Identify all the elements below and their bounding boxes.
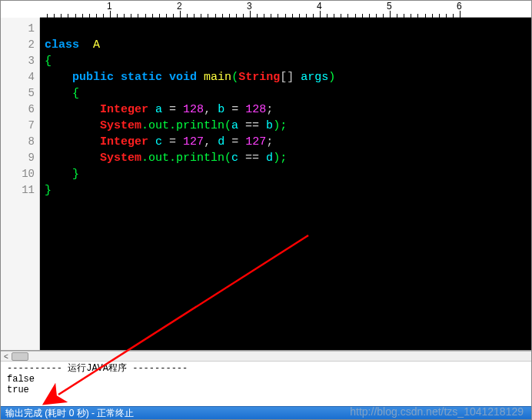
- ruler-number: 6: [457, 1, 462, 12]
- keyword-static: static: [121, 71, 162, 84]
- editor: 1234567891011 class A { public static vo…: [1, 18, 531, 351]
- brace-close: }: [45, 184, 52, 197]
- line-number: 11: [1, 182, 35, 198]
- ruler-number: 4: [317, 1, 322, 12]
- console-header: ---------- 运行JAVA程序 ----------: [7, 363, 188, 374]
- line-number: 3: [1, 53, 35, 69]
- line-number: 2: [1, 37, 35, 53]
- keyword-public: public: [72, 71, 114, 84]
- ruler: 123456: [40, 1, 531, 18]
- system: System: [100, 119, 141, 132]
- line-number: 7: [1, 118, 35, 134]
- method-name: main: [204, 71, 231, 84]
- line-number: 5: [1, 85, 35, 102]
- line-number: 10: [1, 166, 35, 182]
- type-integer: Integer: [100, 103, 148, 116]
- scroll-thumb[interactable]: [12, 352, 28, 361]
- line-number: 9: [1, 150, 35, 166]
- type-integer: Integer: [100, 135, 148, 148]
- type-string: String: [238, 71, 280, 84]
- console-output[interactable]: ---------- 运行JAVA程序 ---------- false tru…: [1, 361, 531, 407]
- line-number: 1: [1, 21, 35, 37]
- ruler-number: 3: [247, 1, 252, 12]
- output-line-2: true: [7, 385, 29, 395]
- output-line-1: false: [7, 374, 35, 385]
- brace-close: }: [72, 168, 79, 181]
- ruler-number: 2: [177, 1, 182, 12]
- status-bar: 输出完成 (耗时 0 秒) - 正常终止: [1, 406, 531, 419]
- horizontal-scrollbar[interactable]: <: [1, 351, 531, 361]
- gutter: 1234567891011: [1, 18, 40, 350]
- brace-open: {: [45, 55, 52, 68]
- line-number: 8: [1, 134, 35, 150]
- ruler-number: 5: [387, 1, 392, 12]
- class-name: A: [93, 38, 100, 52]
- ruler-number: 1: [107, 1, 112, 12]
- line-number: 6: [1, 102, 35, 118]
- line-number: 4: [1, 69, 35, 85]
- keyword-void: void: [169, 71, 197, 84]
- brace-open: {: [72, 87, 79, 100]
- system: System: [100, 152, 141, 165]
- scroll-left-icon[interactable]: <: [1, 352, 12, 362]
- code-area[interactable]: class A { public static void main(String…: [40, 18, 531, 350]
- keyword-class: class: [45, 38, 79, 52]
